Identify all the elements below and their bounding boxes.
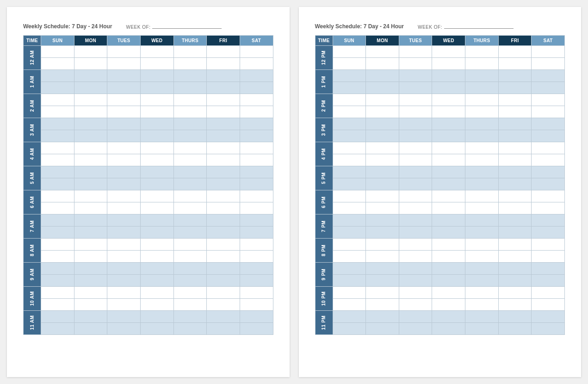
schedule-cell[interactable] [240,70,273,82]
schedule-cell[interactable] [498,287,532,299]
schedule-cell[interactable] [207,287,240,299]
schedule-cell[interactable] [107,70,141,82]
schedule-cell[interactable] [465,70,499,82]
schedule-cell[interactable] [107,311,141,323]
schedule-cell[interactable] [532,202,565,214]
schedule-cell[interactable] [41,311,74,323]
schedule-cell[interactable] [465,190,499,202]
schedule-cell[interactable] [74,106,107,118]
schedule-cell[interactable] [207,130,240,142]
schedule-cell[interactable] [432,154,465,166]
schedule-cell[interactable] [465,287,499,299]
schedule-cell[interactable] [107,323,141,335]
schedule-cell[interactable] [240,275,273,287]
schedule-cell[interactable] [465,154,499,166]
schedule-cell[interactable] [74,275,107,287]
schedule-cell[interactable] [432,311,465,323]
schedule-cell[interactable] [399,323,432,335]
schedule-cell[interactable] [240,299,273,311]
schedule-cell[interactable] [240,130,273,142]
schedule-cell[interactable] [140,190,173,202]
schedule-cell[interactable] [432,46,465,58]
schedule-cell[interactable] [498,178,532,190]
schedule-cell[interactable] [333,227,366,239]
schedule-cell[interactable] [498,239,532,251]
schedule-cell[interactable] [399,190,432,202]
schedule-cell[interactable] [465,251,499,263]
schedule-cell[interactable] [432,287,465,299]
schedule-cell[interactable] [465,46,499,58]
schedule-cell[interactable] [107,166,141,178]
schedule-cell[interactable] [207,166,240,178]
schedule-cell[interactable] [173,263,207,275]
schedule-cell[interactable] [333,70,366,82]
schedule-cell[interactable] [333,323,366,335]
schedule-cell[interactable] [498,130,532,142]
schedule-cell[interactable] [465,106,499,118]
schedule-cell[interactable] [532,166,565,178]
schedule-cell[interactable] [207,263,240,275]
schedule-cell[interactable] [366,263,399,275]
schedule-cell[interactable] [399,287,432,299]
schedule-cell[interactable] [465,166,499,178]
schedule-cell[interactable] [173,323,207,335]
schedule-cell[interactable] [432,263,465,275]
schedule-cell[interactable] [207,190,240,202]
schedule-cell[interactable] [207,118,240,130]
schedule-cell[interactable] [532,106,565,118]
schedule-cell[interactable] [333,106,366,118]
schedule-cell[interactable] [465,118,499,130]
schedule-cell[interactable] [366,82,399,94]
schedule-cell[interactable] [173,214,207,227]
schedule-cell[interactable] [107,118,141,130]
schedule-cell[interactable] [207,106,240,118]
schedule-cell[interactable] [41,299,74,311]
schedule-cell[interactable] [465,202,499,214]
schedule-cell[interactable] [74,190,107,202]
schedule-cell[interactable] [74,239,107,251]
schedule-cell[interactable] [432,178,465,190]
schedule-cell[interactable] [140,154,173,166]
schedule-cell[interactable] [41,227,74,239]
schedule-cell[interactable] [366,275,399,287]
schedule-cell[interactable] [173,251,207,263]
schedule-cell[interactable] [498,142,532,154]
schedule-cell[interactable] [140,166,173,178]
schedule-cell[interactable] [207,214,240,227]
schedule-cell[interactable] [107,130,141,142]
schedule-cell[interactable] [498,166,532,178]
schedule-cell[interactable] [532,82,565,94]
schedule-cell[interactable] [107,202,141,214]
schedule-cell[interactable] [140,130,173,142]
schedule-cell[interactable] [140,227,173,239]
schedule-cell[interactable] [498,263,532,275]
schedule-cell[interactable] [366,166,399,178]
schedule-cell[interactable] [140,299,173,311]
schedule-cell[interactable] [399,58,432,70]
schedule-cell[interactable] [207,178,240,190]
schedule-cell[interactable] [107,299,141,311]
schedule-cell[interactable] [366,58,399,70]
schedule-cell[interactable] [74,118,107,130]
schedule-cell[interactable] [173,287,207,299]
schedule-cell[interactable] [74,323,107,335]
schedule-cell[interactable] [498,58,532,70]
schedule-cell[interactable] [399,142,432,154]
schedule-cell[interactable] [333,214,366,227]
schedule-cell[interactable] [532,142,565,154]
schedule-cell[interactable] [498,154,532,166]
schedule-cell[interactable] [465,178,499,190]
schedule-cell[interactable] [107,46,141,58]
schedule-cell[interactable] [140,142,173,154]
schedule-cell[interactable] [432,82,465,94]
schedule-cell[interactable] [240,142,273,154]
schedule-cell[interactable] [432,106,465,118]
schedule-cell[interactable] [432,227,465,239]
schedule-cell[interactable] [399,46,432,58]
schedule-cell[interactable] [173,106,207,118]
schedule-cell[interactable] [140,202,173,214]
schedule-cell[interactable] [207,46,240,58]
schedule-cell[interactable] [498,190,532,202]
schedule-cell[interactable] [240,118,273,130]
schedule-cell[interactable] [465,323,499,335]
